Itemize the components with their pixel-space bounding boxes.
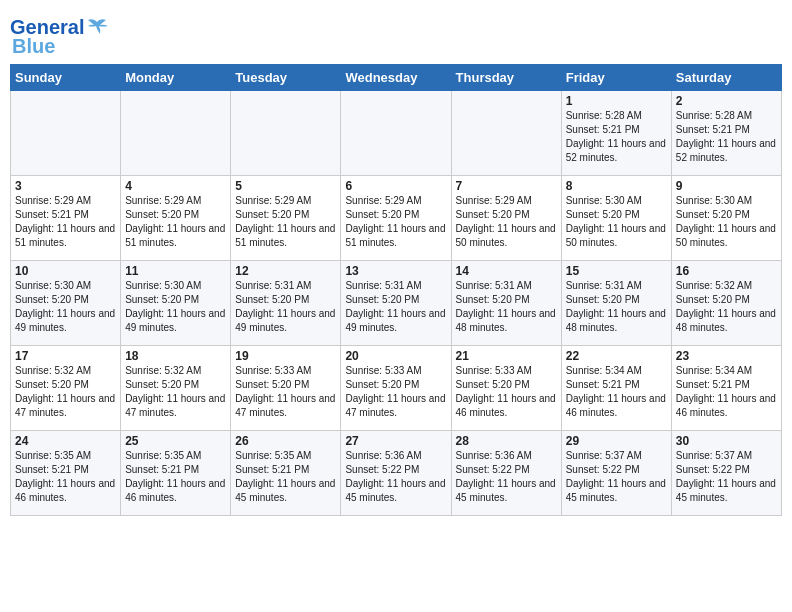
calendar-cell: 26Sunrise: 5:35 AM Sunset: 5:21 PM Dayli…: [231, 431, 341, 516]
logo: General Blue: [10, 16, 108, 58]
day-info: Sunrise: 5:30 AM Sunset: 5:20 PM Dayligh…: [676, 194, 777, 250]
day-info: Sunrise: 5:31 AM Sunset: 5:20 PM Dayligh…: [566, 279, 667, 335]
day-number: 15: [566, 264, 667, 278]
calendar-cell: 8Sunrise: 5:30 AM Sunset: 5:20 PM Daylig…: [561, 176, 671, 261]
day-info: Sunrise: 5:32 AM Sunset: 5:20 PM Dayligh…: [676, 279, 777, 335]
weekday-header-cell: Tuesday: [231, 65, 341, 91]
calendar-body: 1Sunrise: 5:28 AM Sunset: 5:21 PM Daylig…: [11, 91, 782, 516]
weekday-header-cell: Wednesday: [341, 65, 451, 91]
calendar-cell: 25Sunrise: 5:35 AM Sunset: 5:21 PM Dayli…: [121, 431, 231, 516]
calendar-cell: 16Sunrise: 5:32 AM Sunset: 5:20 PM Dayli…: [671, 261, 781, 346]
calendar-cell: 15Sunrise: 5:31 AM Sunset: 5:20 PM Dayli…: [561, 261, 671, 346]
calendar-cell: 24Sunrise: 5:35 AM Sunset: 5:21 PM Dayli…: [11, 431, 121, 516]
day-info: Sunrise: 5:29 AM Sunset: 5:20 PM Dayligh…: [235, 194, 336, 250]
calendar-cell: 2Sunrise: 5:28 AM Sunset: 5:21 PM Daylig…: [671, 91, 781, 176]
day-info: Sunrise: 5:29 AM Sunset: 5:21 PM Dayligh…: [15, 194, 116, 250]
day-info: Sunrise: 5:31 AM Sunset: 5:20 PM Dayligh…: [345, 279, 446, 335]
calendar-cell: [231, 91, 341, 176]
day-info: Sunrise: 5:30 AM Sunset: 5:20 PM Dayligh…: [15, 279, 116, 335]
day-info: Sunrise: 5:28 AM Sunset: 5:21 PM Dayligh…: [566, 109, 667, 165]
day-info: Sunrise: 5:36 AM Sunset: 5:22 PM Dayligh…: [456, 449, 557, 505]
day-info: Sunrise: 5:29 AM Sunset: 5:20 PM Dayligh…: [456, 194, 557, 250]
day-info: Sunrise: 5:29 AM Sunset: 5:20 PM Dayligh…: [345, 194, 446, 250]
day-info: Sunrise: 5:32 AM Sunset: 5:20 PM Dayligh…: [125, 364, 226, 420]
logo-bird-icon: [86, 18, 108, 36]
calendar-cell: 5Sunrise: 5:29 AM Sunset: 5:20 PM Daylig…: [231, 176, 341, 261]
calendar-cell: [341, 91, 451, 176]
weekday-header-cell: Monday: [121, 65, 231, 91]
day-info: Sunrise: 5:33 AM Sunset: 5:20 PM Dayligh…: [345, 364, 446, 420]
day-number: 1: [566, 94, 667, 108]
day-number: 5: [235, 179, 336, 193]
day-number: 4: [125, 179, 226, 193]
day-number: 18: [125, 349, 226, 363]
calendar-week-row: 17Sunrise: 5:32 AM Sunset: 5:20 PM Dayli…: [11, 346, 782, 431]
day-info: Sunrise: 5:32 AM Sunset: 5:20 PM Dayligh…: [15, 364, 116, 420]
day-number: 20: [345, 349, 446, 363]
day-number: 6: [345, 179, 446, 193]
calendar-cell: 22Sunrise: 5:34 AM Sunset: 5:21 PM Dayli…: [561, 346, 671, 431]
day-info: Sunrise: 5:37 AM Sunset: 5:22 PM Dayligh…: [676, 449, 777, 505]
day-info: Sunrise: 5:35 AM Sunset: 5:21 PM Dayligh…: [125, 449, 226, 505]
calendar-cell: [451, 91, 561, 176]
calendar-cell: 13Sunrise: 5:31 AM Sunset: 5:20 PM Dayli…: [341, 261, 451, 346]
day-info: Sunrise: 5:30 AM Sunset: 5:20 PM Dayligh…: [566, 194, 667, 250]
day-number: 24: [15, 434, 116, 448]
calendar-cell: 3Sunrise: 5:29 AM Sunset: 5:21 PM Daylig…: [11, 176, 121, 261]
day-number: 2: [676, 94, 777, 108]
day-number: 16: [676, 264, 777, 278]
day-info: Sunrise: 5:31 AM Sunset: 5:20 PM Dayligh…: [456, 279, 557, 335]
calendar-week-row: 3Sunrise: 5:29 AM Sunset: 5:21 PM Daylig…: [11, 176, 782, 261]
weekday-header-cell: Sunday: [11, 65, 121, 91]
logo-blue: Blue: [12, 35, 55, 58]
day-info: Sunrise: 5:30 AM Sunset: 5:20 PM Dayligh…: [125, 279, 226, 335]
calendar-cell: 10Sunrise: 5:30 AM Sunset: 5:20 PM Dayli…: [11, 261, 121, 346]
day-number: 30: [676, 434, 777, 448]
calendar-cell: 6Sunrise: 5:29 AM Sunset: 5:20 PM Daylig…: [341, 176, 451, 261]
day-info: Sunrise: 5:35 AM Sunset: 5:21 PM Dayligh…: [15, 449, 116, 505]
day-info: Sunrise: 5:34 AM Sunset: 5:21 PM Dayligh…: [676, 364, 777, 420]
day-info: Sunrise: 5:37 AM Sunset: 5:22 PM Dayligh…: [566, 449, 667, 505]
calendar-week-row: 10Sunrise: 5:30 AM Sunset: 5:20 PM Dayli…: [11, 261, 782, 346]
calendar-cell: 7Sunrise: 5:29 AM Sunset: 5:20 PM Daylig…: [451, 176, 561, 261]
day-number: 25: [125, 434, 226, 448]
day-number: 22: [566, 349, 667, 363]
day-number: 19: [235, 349, 336, 363]
calendar-cell: [121, 91, 231, 176]
day-info: Sunrise: 5:35 AM Sunset: 5:21 PM Dayligh…: [235, 449, 336, 505]
day-number: 9: [676, 179, 777, 193]
calendar-cell: 4Sunrise: 5:29 AM Sunset: 5:20 PM Daylig…: [121, 176, 231, 261]
day-info: Sunrise: 5:36 AM Sunset: 5:22 PM Dayligh…: [345, 449, 446, 505]
calendar-cell: [11, 91, 121, 176]
calendar-cell: 9Sunrise: 5:30 AM Sunset: 5:20 PM Daylig…: [671, 176, 781, 261]
day-number: 27: [345, 434, 446, 448]
day-info: Sunrise: 5:29 AM Sunset: 5:20 PM Dayligh…: [125, 194, 226, 250]
calendar-cell: 28Sunrise: 5:36 AM Sunset: 5:22 PM Dayli…: [451, 431, 561, 516]
weekday-header-row: SundayMondayTuesdayWednesdayThursdayFrid…: [11, 65, 782, 91]
calendar-cell: 14Sunrise: 5:31 AM Sunset: 5:20 PM Dayli…: [451, 261, 561, 346]
calendar-cell: 30Sunrise: 5:37 AM Sunset: 5:22 PM Dayli…: [671, 431, 781, 516]
day-info: Sunrise: 5:34 AM Sunset: 5:21 PM Dayligh…: [566, 364, 667, 420]
weekday-header-cell: Saturday: [671, 65, 781, 91]
weekday-header-cell: Friday: [561, 65, 671, 91]
calendar-cell: 29Sunrise: 5:37 AM Sunset: 5:22 PM Dayli…: [561, 431, 671, 516]
day-number: 21: [456, 349, 557, 363]
day-number: 10: [15, 264, 116, 278]
calendar-cell: 1Sunrise: 5:28 AM Sunset: 5:21 PM Daylig…: [561, 91, 671, 176]
day-number: 7: [456, 179, 557, 193]
day-info: Sunrise: 5:33 AM Sunset: 5:20 PM Dayligh…: [235, 364, 336, 420]
day-number: 23: [676, 349, 777, 363]
day-number: 12: [235, 264, 336, 278]
calendar-week-row: 24Sunrise: 5:35 AM Sunset: 5:21 PM Dayli…: [11, 431, 782, 516]
calendar-cell: 27Sunrise: 5:36 AM Sunset: 5:22 PM Dayli…: [341, 431, 451, 516]
day-number: 8: [566, 179, 667, 193]
day-number: 13: [345, 264, 446, 278]
day-info: Sunrise: 5:28 AM Sunset: 5:21 PM Dayligh…: [676, 109, 777, 165]
calendar-cell: 20Sunrise: 5:33 AM Sunset: 5:20 PM Dayli…: [341, 346, 451, 431]
day-number: 14: [456, 264, 557, 278]
calendar-cell: 23Sunrise: 5:34 AM Sunset: 5:21 PM Dayli…: [671, 346, 781, 431]
day-number: 3: [15, 179, 116, 193]
calendar-week-row: 1Sunrise: 5:28 AM Sunset: 5:21 PM Daylig…: [11, 91, 782, 176]
weekday-header-cell: Thursday: [451, 65, 561, 91]
day-number: 26: [235, 434, 336, 448]
